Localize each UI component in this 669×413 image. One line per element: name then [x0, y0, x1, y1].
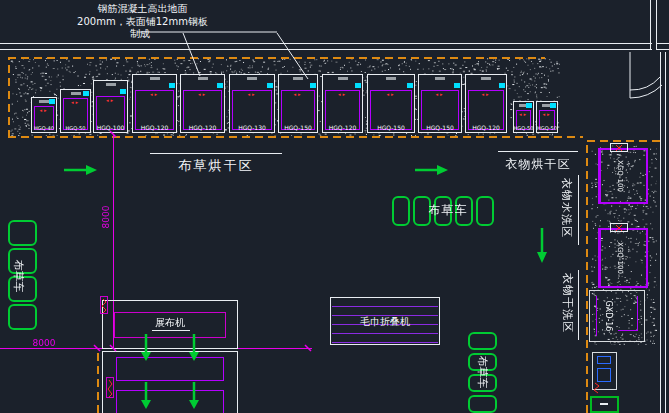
platform-boundary-bottom [8, 136, 583, 138]
motor-box-1 [100, 296, 108, 314]
zone-label-dry-cleaning[interactable]: 衣物干洗区 [560, 273, 575, 333]
cart-bottom-right[interactable] [468, 395, 497, 413]
steam-connector-icon [310, 83, 316, 88]
spreader-label: 展布机 [118, 316, 222, 330]
small-machine-detail-1 [597, 356, 611, 364]
zone-label-linen-drying[interactable]: 布草烘干区 [150, 157, 282, 175]
cart-left[interactable] [8, 304, 37, 330]
door-arrows-icon: ◂▸ [537, 111, 557, 117]
door-arrows-icon: ◂▸ [230, 91, 274, 97]
cart-left[interactable] [8, 220, 37, 246]
dry-cleaning-zone-line [578, 270, 579, 340]
dryer-label: HGQ-120 [321, 124, 364, 131]
towel-folder-label: 毛巾折叠机 [332, 315, 438, 329]
vent-mark [71, 92, 81, 95]
cart-label-left[interactable]: 布草车 [11, 260, 26, 293]
dry-cleaner-inner-bottom [618, 330, 638, 331]
cart-bottom-right[interactable] [468, 332, 497, 350]
steam-connector-icon [550, 103, 556, 108]
dryer-machine[interactable]: ◂▸HGQ-100 [93, 80, 128, 133]
door-arrows-icon: ◂▸ [514, 111, 533, 117]
dryer-machine[interactable]: ◂▸HGQ-120 [180, 74, 225, 133]
dryer-label: HGQ-150 [277, 124, 319, 131]
dryer-machine[interactable]: ◂▸HGQ-120 [322, 74, 363, 133]
dryer-label: HGQ-50 [512, 125, 535, 131]
door-jamb-left [650, 0, 651, 50]
dryer-machine[interactable]: ◂▸HGQ-130 [229, 74, 275, 133]
dryer-label: HGQ-100 [92, 124, 129, 131]
door-arrows-icon: ◂▸ [32, 107, 56, 113]
dryer-machine[interactable]: ◂▸HGQ-150 [367, 74, 415, 133]
dryer-label: HGQ-150 [366, 124, 416, 131]
zone-label-clothes-washing[interactable]: 衣物水洗区 [559, 178, 574, 238]
steam-connector-icon [120, 89, 126, 94]
washer-1-top-box [610, 143, 628, 152]
dryer-machine[interactable]: ◂▸HGQ-50 [513, 101, 534, 133]
cart-label-center[interactable]: 布草车 [398, 202, 498, 219]
vent-mark [293, 77, 303, 80]
right-zone-boundary [586, 140, 588, 413]
dryer-label: HGQ-120 [131, 124, 178, 131]
dryer-label: HGQ-50 [59, 125, 92, 131]
vent-mark [198, 77, 208, 80]
dryer-label: HGQ-50 [535, 125, 559, 131]
dryer-machine[interactable]: ◂▸HGQ-120 [132, 74, 177, 133]
dryer-machine[interactable]: ◂▸HGQ-120 [465, 74, 507, 133]
door-arrows-icon: ◂▸ [368, 91, 414, 97]
dryer-machine[interactable]: ◂▸HGQ-150 [418, 74, 462, 133]
top-wall-stub-outer [657, 43, 669, 44]
vent-mark [247, 77, 257, 80]
steam-connector-icon [217, 83, 223, 88]
steam-connector-icon [454, 83, 460, 88]
steam-connector-icon [526, 103, 532, 108]
dryer-machine[interactable]: ◂▸HGQ-40 [31, 97, 57, 133]
cad-canvas[interactable]: 钢筋混凝土高出地面 200mm，表面铺12mm钢板 制成 8000 8000 布… [0, 0, 669, 413]
washer-2-top-box [610, 223, 628, 232]
steam-connector-icon [169, 83, 175, 88]
right-zone-boundary-top [587, 140, 660, 142]
dryer-label: HGQ-120 [179, 124, 226, 131]
platform-boundary-left [8, 57, 10, 138]
vent-mark [150, 77, 160, 80]
washing-zone-line [578, 175, 579, 245]
washer-1-label: XGQ-100 [616, 160, 624, 192]
dryer-machine[interactable]: ◂▸HGQ-50 [60, 89, 91, 133]
door-arrows-icon: ◂▸ [181, 91, 224, 97]
vent-mark [39, 100, 49, 103]
door-arc-inner [630, 77, 660, 90]
zone-label-clothes-drying[interactable]: 衣物烘干区 [488, 156, 588, 173]
vent-mark [338, 77, 348, 80]
door-arrows-icon: ◂▸ [61, 99, 90, 105]
top-wall-inner [0, 49, 652, 50]
steam-connector-icon [355, 83, 361, 88]
dryer-machine[interactable]: ◂▸HGQ-150 [278, 74, 318, 133]
vent-mark [106, 83, 116, 86]
roller-1 [116, 357, 224, 381]
clothes-drying-overline [498, 151, 578, 152]
dry-cleaner-inner-left [596, 296, 597, 336]
cart-label-bottom-right[interactable]: 布草车 [475, 356, 490, 389]
door-arrows-icon: ◂▸ [279, 91, 317, 97]
dryer-machine[interactable]: ◂▸HGQ-50 [536, 101, 558, 133]
dryer-label: HGQ-130 [228, 124, 276, 131]
top-wall-outer [0, 43, 652, 44]
dryer-label: HGQ-150 [417, 124, 463, 131]
steam-connector-icon [267, 83, 273, 88]
bottom-left-boundary [97, 348, 99, 413]
door-arc-outer [630, 85, 662, 98]
annotation-line1: 钢筋混凝土高出地面 [70, 2, 215, 16]
steam-connector-icon [49, 99, 55, 104]
dry-cleaner-label: GXD-16 [604, 301, 613, 332]
dimension-text-vertical: 8000 [101, 206, 111, 229]
motor-box-2 [106, 377, 114, 398]
vent-mark [481, 77, 491, 80]
platform-boundary-top [8, 57, 545, 59]
door-arrows-icon: ◂▸ [419, 91, 461, 97]
roller-2 [116, 390, 224, 413]
right-wall-inner [665, 52, 666, 413]
washer-2-label: XGQ-100 [616, 242, 624, 274]
linen-drying-overline [150, 153, 282, 154]
right-wall-outer [660, 52, 661, 413]
steam-connector-icon [499, 83, 505, 88]
dry-cleaner-inner-right [637, 296, 638, 330]
